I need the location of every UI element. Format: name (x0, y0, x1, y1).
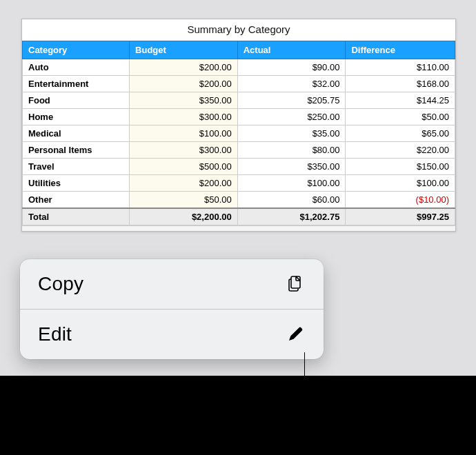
cell-budget: $350.00 (130, 92, 238, 109)
cell-budget: $200.00 (130, 59, 238, 76)
cell-budget: $200.00 (130, 76, 238, 92)
summary-table: Category Budget Actual Difference Auto$2… (22, 41, 455, 225)
cell-actual: $35.00 (237, 125, 346, 142)
cell-category: Auto (23, 59, 130, 76)
summary-table-panel: Summary by Category Category Budget Actu… (21, 19, 456, 232)
cell-category: Home (23, 109, 130, 125)
menu-item-edit[interactable]: Edit (20, 309, 324, 359)
cell-budget: $300.00 (130, 142, 238, 159)
context-menu: Copy Edit (20, 259, 324, 359)
cell-difference: $144.25 (346, 92, 455, 109)
cell-total-label: Total (23, 208, 130, 225)
cell-difference: ($10.00) (346, 192, 455, 209)
cell-difference: $100.00 (346, 175, 455, 192)
cell-actual: $90.00 (237, 59, 346, 76)
table-title: Summary by Category (22, 19, 455, 41)
cell-actual: $350.00 (237, 159, 346, 175)
cell-total-actual: $1,202.75 (237, 208, 346, 225)
col-header-category: Category (23, 41, 130, 59)
callout-line (304, 352, 305, 445)
cell-category: Utilities (23, 175, 130, 192)
cell-category: Personal Items (23, 142, 130, 159)
pencil-icon (285, 324, 306, 345)
cell-budget: $50.00 (130, 192, 238, 209)
bottom-bar (0, 376, 476, 455)
table-row[interactable]: Home$300.00$250.00$50.00 (23, 109, 455, 125)
cell-budget: $300.00 (130, 109, 238, 125)
table-row[interactable]: Other$50.00$60.00($10.00) (23, 192, 455, 209)
cell-actual: $250.00 (237, 109, 346, 125)
cell-difference: $65.00 (346, 125, 455, 142)
table-row[interactable]: Auto$200.00$90.00$110.00 (23, 59, 455, 76)
cell-category: Food (23, 92, 130, 109)
cell-difference: $50.00 (346, 109, 455, 125)
table-row[interactable]: Entertainment$200.00$32.00$168.00 (23, 76, 455, 92)
cell-actual: $32.00 (237, 76, 346, 92)
cell-category: Travel (23, 159, 130, 175)
cell-budget: $200.00 (130, 175, 238, 192)
table-row-total: Total$2,200.00$1,202.75$997.25 (23, 208, 455, 225)
cell-category: Medical (23, 125, 130, 142)
col-header-budget: Budget (130, 41, 238, 59)
cell-budget: $100.00 (130, 125, 238, 142)
cell-difference: $220.00 (346, 142, 455, 159)
cell-difference: $150.00 (346, 159, 455, 175)
cell-budget: $500.00 (130, 159, 238, 175)
table-row[interactable]: Medical$100.00$35.00$65.00 (23, 125, 455, 142)
table-row[interactable]: Utilities$200.00$100.00$100.00 (23, 175, 455, 192)
cell-category: Other (23, 192, 130, 209)
cell-actual: $60.00 (237, 192, 346, 209)
table-row[interactable]: Food$350.00$205.75$144.25 (23, 92, 455, 109)
cell-total-difference: $997.25 (346, 208, 455, 225)
copy-icon (285, 274, 306, 294)
table-row[interactable]: Travel$500.00$350.00$150.00 (23, 159, 455, 175)
menu-label-copy: Copy (38, 273, 83, 295)
cell-total-budget: $2,200.00 (130, 208, 238, 225)
cell-difference: $110.00 (346, 59, 455, 76)
cell-difference: $168.00 (346, 76, 455, 92)
table-header-row: Category Budget Actual Difference (23, 41, 455, 59)
table-footer-strip (22, 225, 455, 231)
table-row[interactable]: Personal Items$300.00$80.00$220.00 (23, 142, 455, 159)
menu-item-copy[interactable]: Copy (20, 259, 324, 309)
cell-actual: $80.00 (237, 142, 346, 159)
cell-actual: $100.00 (237, 175, 346, 192)
col-header-difference: Difference (346, 41, 455, 59)
menu-label-edit: Edit (38, 323, 72, 345)
cell-category: Entertainment (23, 76, 130, 92)
col-header-actual: Actual (237, 41, 346, 59)
cell-actual: $205.75 (237, 92, 346, 109)
